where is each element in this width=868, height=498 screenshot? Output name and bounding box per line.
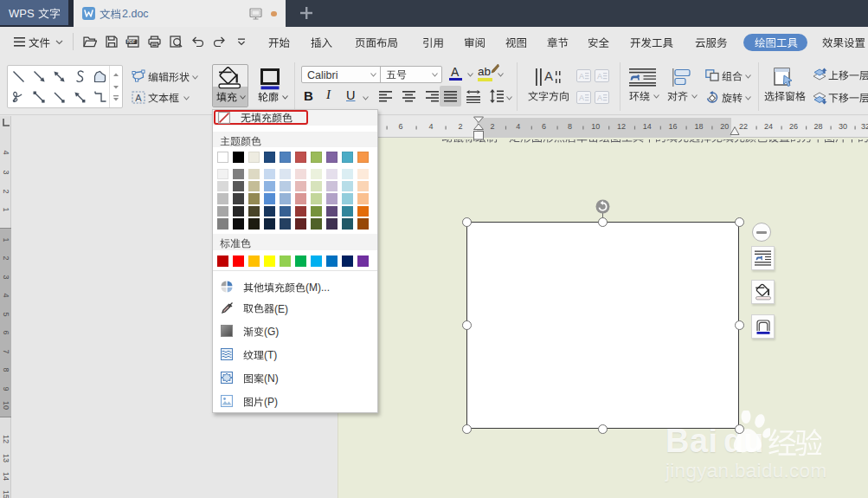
svg-text:PDF: PDF [127,40,135,44]
svg-text:A: A [597,94,602,102]
svg-text:A: A [579,94,584,102]
svg-text:A: A [544,68,553,83]
svg-text:A: A [597,72,602,81]
svg-text:A: A [135,93,142,103]
svg-text:A: A [579,72,584,81]
